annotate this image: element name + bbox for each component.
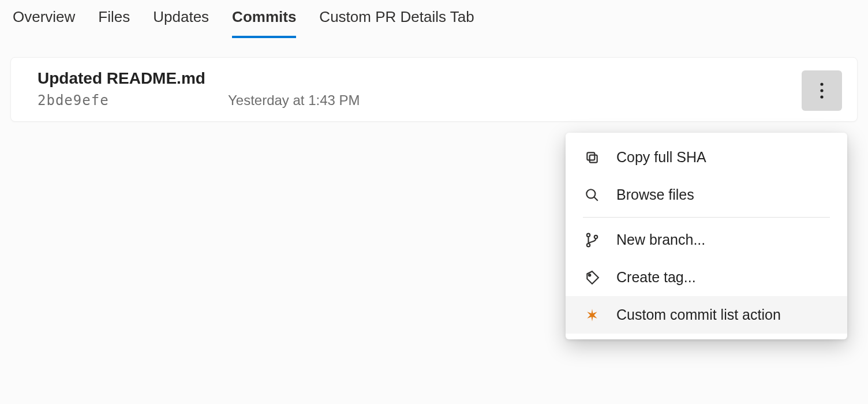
branch-icon	[584, 232, 600, 248]
commit-actions-menu: Copy full SHA Browse files New branch...…	[566, 133, 847, 339]
commit-row[interactable]: Updated README.md 2bde9efe Yesterday at …	[10, 57, 858, 122]
menu-separator	[583, 217, 830, 218]
svg-rect-4	[587, 152, 594, 160]
menu-copy-full-sha[interactable]: Copy full SHA	[566, 139, 847, 176]
svg-point-9	[594, 235, 597, 238]
svg-point-0	[820, 83, 823, 85]
tab-overview[interactable]: Overview	[13, 5, 75, 36]
svg-point-5	[586, 189, 595, 198]
menu-custom-commit-action[interactable]: Custom commit list action	[566, 296, 847, 334]
svg-point-2	[820, 95, 823, 98]
svg-point-1	[820, 89, 823, 92]
svg-line-6	[594, 197, 598, 201]
tab-custom-pr-details[interactable]: Custom PR Details Tab	[319, 5, 474, 36]
menu-browse-files[interactable]: Browse files	[566, 176, 847, 214]
menu-item-label: Copy full SHA	[616, 149, 706, 166]
asterisk-icon	[584, 307, 600, 323]
copy-icon	[584, 149, 600, 166]
tag-icon	[584, 270, 600, 286]
menu-item-label: New branch...	[616, 231, 705, 248]
menu-item-label: Custom commit list action	[616, 306, 781, 323]
search-icon	[584, 187, 600, 203]
more-vertical-icon	[814, 83, 830, 99]
commit-sha: 2bde9efe	[38, 92, 228, 109]
svg-point-8	[587, 243, 590, 246]
menu-create-tag[interactable]: Create tag...	[566, 259, 847, 296]
more-actions-button[interactable]	[802, 70, 842, 111]
tab-commits[interactable]: Commits	[232, 5, 296, 36]
commit-time: Yesterday at 1:43 PM	[228, 92, 796, 109]
commit-title: Updated README.md	[38, 69, 842, 88]
menu-item-label: Browse files	[616, 186, 694, 203]
svg-point-10	[589, 274, 590, 276]
svg-point-7	[587, 233, 590, 236]
pr-tabs: Overview Files Updates Commits Custom PR…	[0, 0, 868, 36]
menu-item-label: Create tag...	[616, 269, 696, 286]
svg-rect-3	[590, 155, 597, 162]
tab-updates[interactable]: Updates	[153, 5, 209, 36]
menu-new-branch[interactable]: New branch...	[566, 221, 847, 259]
tab-files[interactable]: Files	[98, 5, 130, 36]
